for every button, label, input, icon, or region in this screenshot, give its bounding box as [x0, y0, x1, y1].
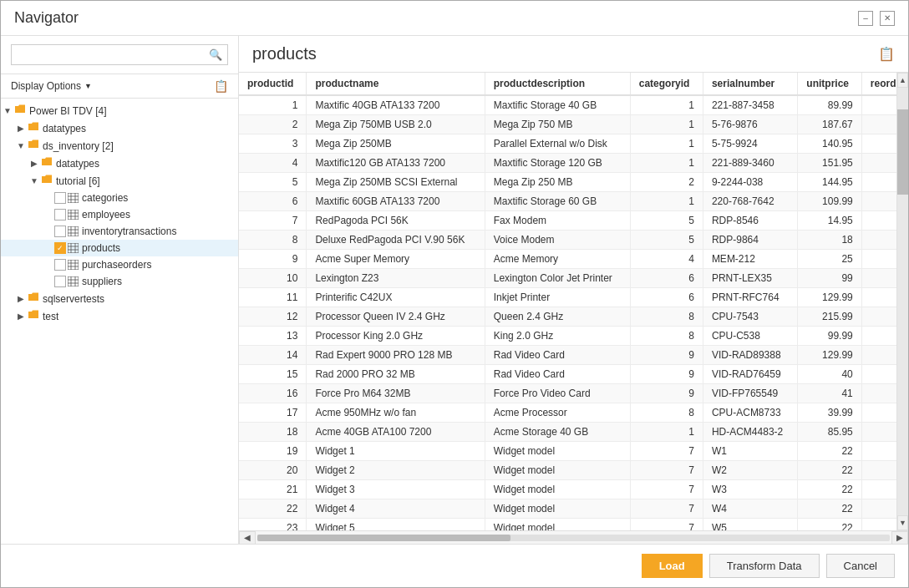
tree-item-tutorial[interactable]: ▼tutorial [6]	[1, 172, 238, 190]
table-row[interactable]: 11Printerific C42UXInkjet Printer6PRNT-R…	[239, 288, 908, 307]
table-row[interactable]: 3Mega Zip 250MBParallel External w/o Dis…	[239, 134, 908, 154]
table-cell: 4	[630, 250, 703, 269]
search-box[interactable]: 🔍	[11, 44, 228, 65]
table-cell: Widget 3	[307, 480, 485, 499]
table-row[interactable]: 13Processor King 2.0 GHzKing 2.0 GHz8CPU…	[239, 327, 908, 346]
scroll-left-button[interactable]: ◀	[239, 531, 256, 545]
tree-item-products[interactable]: ✓products	[1, 240, 238, 256]
table-row[interactable]: 18Acme 40GB ATA100 7200Acme Storage 40 G…	[239, 423, 908, 442]
dialog-title: Navigator	[14, 9, 858, 27]
tree-item-datatypes2[interactable]: ▶datatypes	[1, 155, 238, 172]
table-cell: 9-2244-038	[703, 173, 797, 192]
table-row[interactable]: 9Acme Super MemoryAcme Memory4MEM-21225	[239, 250, 908, 269]
table-row[interactable]: 8Deluxe RedPagoda PCI V.90 56KVoice Mode…	[239, 231, 908, 250]
tree-item-sqlservertests[interactable]: ▶sqlservertests	[1, 290, 238, 307]
load-button[interactable]: Load	[642, 554, 703, 578]
tree-checkbox[interactable]	[54, 276, 66, 287]
table-row[interactable]: 10Lexington Z23Lexington Color Jet Print…	[239, 269, 908, 288]
scroll-right-button[interactable]: ▶	[891, 531, 908, 545]
tree-toggle[interactable]: ▼	[1, 106, 14, 115]
table-cell: Widget model	[485, 519, 630, 531]
tree-toggle[interactable]: ▶	[14, 124, 28, 133]
search-icon[interactable]: 🔍	[204, 45, 227, 64]
display-options-button[interactable]: Display Options ▼	[11, 80, 92, 92]
footer: Load Transform Data Cancel	[1, 544, 908, 587]
scroll-thumb[interactable]	[897, 109, 908, 195]
tree-checkbox[interactable]	[54, 209, 66, 220]
scroll-track[interactable]	[897, 88, 908, 515]
table-row[interactable]: 21Widget 3Widget model7W322	[239, 480, 908, 499]
content-title: products	[252, 44, 317, 63]
table-row[interactable]: 16Force Pro M64 32MBForce Pro Video Card…	[239, 384, 908, 403]
transform-data-button[interactable]: Transform Data	[709, 554, 820, 578]
table-cell: Mega Zip 250MB	[307, 134, 485, 154]
table-cell: Acme 40GB ATA100 7200	[307, 423, 485, 442]
minimize-button[interactable]: –	[858, 11, 873, 26]
table-cell: 7	[630, 442, 703, 461]
tree-toggle[interactable]: ▼	[28, 176, 41, 185]
tree-item-suppliers[interactable]: suppliers	[1, 273, 238, 290]
table-row[interactable]: 15Rad 2000 PRO 32 MBRad Video Card9VID-R…	[239, 365, 908, 384]
table-row[interactable]: 12Processor Queen IV 2.4 GHzQueen 2.4 GH…	[239, 307, 908, 327]
table-cell: 9	[630, 365, 703, 384]
table-cell: HD-ACM4483-2	[703, 423, 797, 442]
data-table-container[interactable]: productidproductnameproductdescriptionca…	[239, 73, 908, 530]
table-row[interactable]: 2Mega Zip 750MB USB 2.0Mega Zip 750 MB15…	[239, 115, 908, 134]
content-export-icon[interactable]: 📋	[878, 46, 895, 62]
tree-item-datatypes1[interactable]: ▶datatypes	[1, 119, 238, 137]
table-row[interactable]: 5Mega Zip 250MB SCSI ExternalMega Zip 25…	[239, 173, 908, 192]
column-header-productdescription: productdescription	[485, 73, 630, 95]
tree-checkbox[interactable]	[54, 226, 66, 237]
table-cell: Acme 950MHz w/o fan	[307, 403, 485, 423]
tree-item-test[interactable]: ▶test	[1, 307, 238, 325]
table-row[interactable]: 14Rad Expert 9000 PRO 128 MBRad Video Ca…	[239, 346, 908, 365]
table-row[interactable]: 4Maxtific120 GB ATA133 7200Maxtific Stor…	[239, 154, 908, 173]
table-row[interactable]: 7RedPagoda PCI 56KFax Modem5RDP-854614.9…	[239, 211, 908, 231]
tree-item-label: suppliers	[82, 276, 122, 287]
table-cell: Maxtific Storage 40 GB	[485, 95, 630, 115]
search-input[interactable]	[12, 46, 204, 64]
tree-checkbox[interactable]: ✓	[54, 242, 66, 254]
sidebar-export-icon[interactable]: 📋	[214, 79, 228, 93]
tree-item-inventorytransactions[interactable]: inventorytransactions	[1, 223, 238, 240]
table-cell: VID-FP765549	[703, 384, 797, 403]
tree-checkbox[interactable]	[54, 259, 66, 271]
table-cell: 8	[630, 327, 703, 346]
table-cell: 6	[630, 288, 703, 307]
table-row[interactable]: 17Acme 950MHz w/o fanAcme Processor8CPU-…	[239, 403, 908, 423]
table-cell: 5	[630, 211, 703, 231]
tree-item-purchaseorders[interactable]: purchaseorders	[1, 256, 238, 273]
tree-toggle[interactable]: ▶	[14, 312, 28, 321]
table-row[interactable]: 23Widget 5Widget model7W522	[239, 519, 908, 531]
scroll-up-button[interactable]: ▲	[897, 73, 908, 88]
table-cell: 7	[630, 480, 703, 499]
main-content: 🔍 Display Options ▼ 📋 ▼Power BI TDV [4]▶…	[1, 36, 908, 544]
table-row[interactable]: 20Widget 2Widget model7W222	[239, 461, 908, 480]
tree-toggle[interactable]: ▶	[28, 159, 41, 168]
tree-checkbox[interactable]	[54, 192, 66, 204]
cancel-button[interactable]: Cancel	[826, 554, 895, 578]
table-row[interactable]: 19Widget 1Widget model7W122	[239, 442, 908, 461]
tree-toggle[interactable]: ▶	[14, 294, 28, 303]
table-cell: King 2.0 GHz	[485, 327, 630, 346]
table-cell: 19	[239, 442, 307, 461]
horizontal-scrollbar[interactable]: ◀ ▶	[239, 530, 908, 544]
table-row[interactable]: 1Maxtific 40GB ATA133 7200Maxtific Stora…	[239, 95, 908, 115]
hscroll-thumb[interactable]	[257, 535, 510, 541]
vertical-scrollbar[interactable]: ▲ ▼	[896, 73, 908, 530]
tree-item-categories[interactable]: categories	[1, 190, 238, 206]
table-row[interactable]: 6Maxtific 60GB ATA133 7200Maxtific Stora…	[239, 192, 908, 211]
tree-item-ds_inventory[interactable]: ▼ds_inventory [2]	[1, 137, 238, 155]
table-row[interactable]: 22Widget 4Widget model7W422	[239, 499, 908, 519]
tree-item-employees[interactable]: employees	[1, 206, 238, 223]
hscroll-track[interactable]	[257, 535, 890, 541]
close-button[interactable]: ✕	[880, 11, 895, 26]
table-cell: 99	[798, 269, 861, 288]
folder-icon	[28, 122, 39, 134]
table-cell: 22	[798, 519, 861, 531]
tree-toggle[interactable]: ▼	[14, 141, 28, 150]
scroll-down-button[interactable]: ▼	[897, 515, 908, 530]
tree-item-powerbi[interactable]: ▼Power BI TDV [4]	[1, 102, 238, 119]
table-cell: W1	[703, 442, 797, 461]
tree-item-label: ds_inventory [2]	[43, 140, 114, 152]
